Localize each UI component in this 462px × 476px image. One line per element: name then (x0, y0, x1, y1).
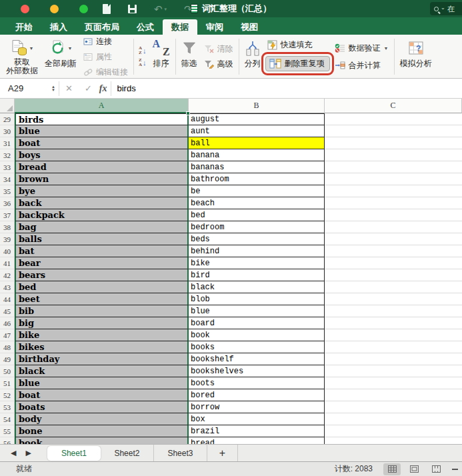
cell-C39[interactable] (325, 233, 462, 245)
row-header-44[interactable]: 44 (0, 293, 15, 305)
cell-B29[interactable]: august (189, 113, 325, 125)
cell-C37[interactable] (325, 209, 462, 221)
row-header-36[interactable]: 36 (0, 197, 15, 209)
cell-C40[interactable] (325, 245, 462, 257)
cell-B32[interactable]: banana (189, 149, 325, 161)
cell-B34[interactable]: bathroom (189, 173, 325, 185)
row-header-51[interactable]: 51 (0, 377, 15, 389)
column-header-B[interactable]: B (189, 99, 325, 113)
cell-B56[interactable]: bread (189, 437, 325, 444)
cell-C51[interactable] (325, 377, 462, 389)
cell-A42[interactable]: bears (15, 269, 189, 281)
cell-B39[interactable]: beds (189, 233, 325, 245)
cell-B51[interactable]: boots (189, 377, 325, 389)
ribbon-tab-5[interactable]: 审阅 (197, 19, 232, 35)
cell-B37[interactable]: bed (189, 209, 325, 221)
row-header-39[interactable]: 39 (0, 233, 15, 245)
cell-A29[interactable]: birds (15, 113, 189, 125)
cell-C49[interactable] (325, 353, 462, 365)
cell-C35[interactable] (325, 185, 462, 197)
consolidate-button[interactable]: 合并计算 (333, 59, 391, 72)
customize-toolbar-button[interactable]: ▼ (210, 5, 215, 13)
cell-C30[interactable] (325, 125, 462, 137)
row-header-37[interactable]: 37 (0, 209, 15, 221)
ribbon-tab-3[interactable]: 公式 (128, 19, 163, 35)
data-validation-button[interactable]: 数据验证 ▼ (333, 42, 391, 55)
cell-C42[interactable] (325, 269, 462, 281)
column-header-C[interactable]: C (325, 99, 462, 113)
remove-duplicates-button[interactable]: 删除重复项 (265, 56, 330, 71)
text-to-columns-button[interactable]: 分列 (241, 36, 264, 77)
cell-A51[interactable]: blue (15, 377, 189, 389)
add-sheet-button[interactable]: + (207, 445, 238, 461)
row-header-54[interactable]: 54 (0, 413, 15, 425)
cell-B50[interactable]: bookshelves (189, 365, 325, 377)
cell-C44[interactable] (325, 293, 462, 305)
cell-C45[interactable] (325, 305, 462, 317)
cell-B47[interactable]: book (189, 329, 325, 341)
cell-A46[interactable]: big (15, 317, 189, 329)
cell-A40[interactable]: bat (15, 245, 189, 257)
row-header-50[interactable]: 50 (0, 365, 15, 377)
confirm-entry-icon[interactable]: ✓ (85, 83, 92, 93)
row-header-41[interactable]: 41 (0, 257, 15, 269)
cell-C43[interactable] (325, 281, 462, 293)
cell-C50[interactable] (325, 365, 462, 377)
row-header-53[interactable]: 53 (0, 401, 15, 413)
cell-A37[interactable]: backpack (15, 209, 189, 221)
get-external-data-button[interactable]: ▼ 获取 外部数据 (3, 36, 41, 77)
new-document-button[interactable] (103, 4, 111, 14)
cell-C55[interactable] (325, 425, 462, 437)
cell-B46[interactable]: board (189, 317, 325, 329)
cell-B54[interactable]: box (189, 413, 325, 425)
cell-A41[interactable]: bear (15, 257, 189, 269)
cell-B36[interactable]: beach (189, 197, 325, 209)
row-header-34[interactable]: 34 (0, 173, 15, 185)
cell-B42[interactable]: bird (189, 269, 325, 281)
previous-sheet-button[interactable]: ◀ (11, 449, 16, 457)
cell-A32[interactable]: boys (15, 149, 189, 161)
sort-descending-button[interactable]: ZA↓ (137, 58, 148, 67)
row-header-55[interactable]: 55 (0, 425, 15, 437)
cell-A53[interactable]: boats (15, 401, 189, 413)
cell-A38[interactable]: bag (15, 221, 189, 233)
advanced-filter-button[interactable]: 高级 (202, 58, 235, 71)
cancel-entry-icon[interactable]: ✕ (65, 83, 73, 93)
cell-A54[interactable]: body (15, 413, 189, 425)
page-layout-view-button[interactable] (405, 463, 423, 475)
cell-C46[interactable] (325, 317, 462, 329)
cell-B45[interactable]: blue (189, 305, 325, 317)
cell-B35[interactable]: be (189, 185, 325, 197)
name-box-stepper[interactable]: ▲▼ (51, 85, 59, 92)
row-header-29[interactable]: 29 (0, 113, 15, 125)
cell-B48[interactable]: books (189, 341, 325, 353)
sheet-tab-sheet1[interactable]: Sheet1 (47, 446, 101, 461)
row-header-46[interactable]: 46 (0, 317, 15, 329)
cell-C53[interactable] (325, 401, 462, 413)
cell-A33[interactable]: bread (15, 161, 189, 173)
row-header-35[interactable]: 35 (0, 185, 15, 197)
row-header-40[interactable]: 40 (0, 245, 15, 257)
cell-C52[interactable] (325, 389, 462, 401)
cell-B30[interactable]: aunt (189, 125, 325, 137)
name-box[interactable]: A29 ▲▼ (0, 79, 59, 98)
cell-B44[interactable]: blob (189, 293, 325, 305)
row-header-38[interactable]: 38 (0, 221, 15, 233)
undo-button[interactable]: ↶▾ (154, 4, 167, 14)
row-header-52[interactable]: 52 (0, 389, 15, 401)
ribbon-tab-4[interactable]: 数据 (163, 19, 197, 35)
cell-A43[interactable]: bed (15, 281, 189, 293)
cell-C29[interactable] (325, 113, 462, 125)
column-header-A[interactable]: A (15, 99, 189, 113)
cell-A49[interactable]: birthday (15, 353, 189, 365)
cell-B55[interactable]: brazil (189, 425, 325, 437)
cell-C38[interactable] (325, 221, 462, 233)
flash-fill-button[interactable]: 快速填充 (265, 39, 330, 51)
cell-C33[interactable] (325, 161, 462, 173)
cell-A34[interactable]: brown (15, 173, 189, 185)
close-window-button[interactable] (21, 5, 29, 13)
cell-A56[interactable]: book (15, 437, 189, 444)
fill-handle[interactable] (186, 111, 190, 115)
row-header-42[interactable]: 42 (0, 269, 15, 281)
row-header-47[interactable]: 47 (0, 329, 15, 341)
